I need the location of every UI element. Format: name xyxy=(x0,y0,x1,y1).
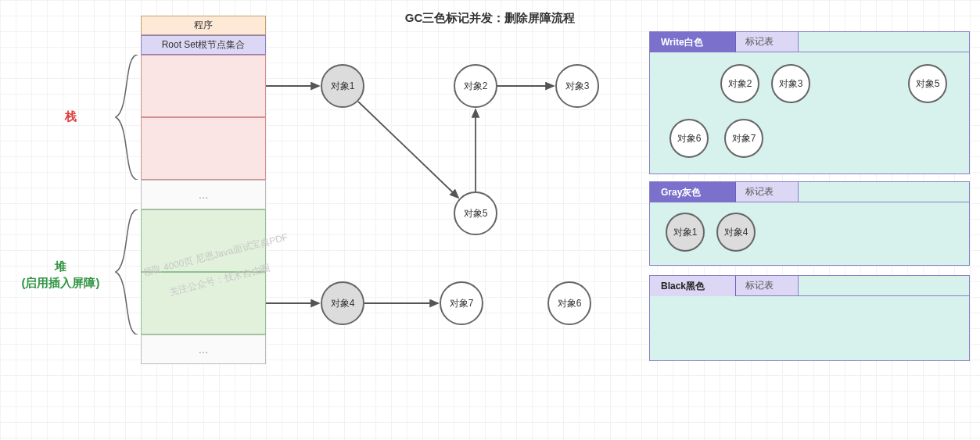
node-object-3: 对象3 xyxy=(555,64,599,108)
panel-white: Write白色 标记表 对象2 对象3 对象5 对象6 对象7 xyxy=(649,31,970,174)
panel-black: Black黑色 标记表 xyxy=(649,275,970,361)
panel-gray-title: Gray灰色 xyxy=(650,182,736,202)
brace-stack-icon xyxy=(108,55,139,180)
panel-white-title: Write白色 xyxy=(650,32,736,52)
white-obj-3: 对象3 xyxy=(771,64,810,103)
gray-obj-1: 对象1 xyxy=(666,213,705,252)
node-object-6: 对象6 xyxy=(547,281,591,325)
panel-white-subtitle: 标记表 xyxy=(736,32,799,52)
node-object-2: 对象2 xyxy=(454,64,497,108)
heap-row-2 xyxy=(141,272,266,334)
white-obj-6: 对象6 xyxy=(669,119,709,158)
heap-label-line1: 堆 xyxy=(55,259,66,273)
gray-obj-4: 对象4 xyxy=(716,213,756,252)
node-object-5: 对象5 xyxy=(454,191,497,235)
heap-label: 堆 (启用插入屏障) xyxy=(12,258,109,291)
svg-line-2 xyxy=(358,102,458,198)
node-object-1: 对象1 xyxy=(321,64,364,108)
gap-row-1: … xyxy=(141,180,266,209)
panel-black-title: Black黑色 xyxy=(650,276,736,296)
stack-row-2 xyxy=(141,117,266,180)
program-header: 程序 xyxy=(141,16,266,35)
gap-row-2: … xyxy=(141,334,266,364)
panel-gray: Gray灰色 标记表 对象1 对象4 xyxy=(649,181,970,266)
white-obj-2: 对象2 xyxy=(720,64,759,103)
node-object-7: 对象7 xyxy=(440,281,483,325)
node-object-4: 对象4 xyxy=(321,281,364,325)
heap-row-1 xyxy=(141,209,266,272)
heap-label-line2: (启用插入屏障) xyxy=(22,276,100,289)
panel-black-subtitle: 标记表 xyxy=(736,276,799,296)
panel-gray-subtitle: 标记表 xyxy=(736,182,799,202)
white-obj-5: 对象5 xyxy=(908,64,947,103)
white-obj-7: 对象7 xyxy=(724,119,763,158)
stack-row-1 xyxy=(141,55,266,117)
root-set-box: Root Set根节点集合 xyxy=(141,35,266,55)
stack-label: 栈 xyxy=(39,108,102,124)
brace-heap-icon xyxy=(108,209,139,334)
